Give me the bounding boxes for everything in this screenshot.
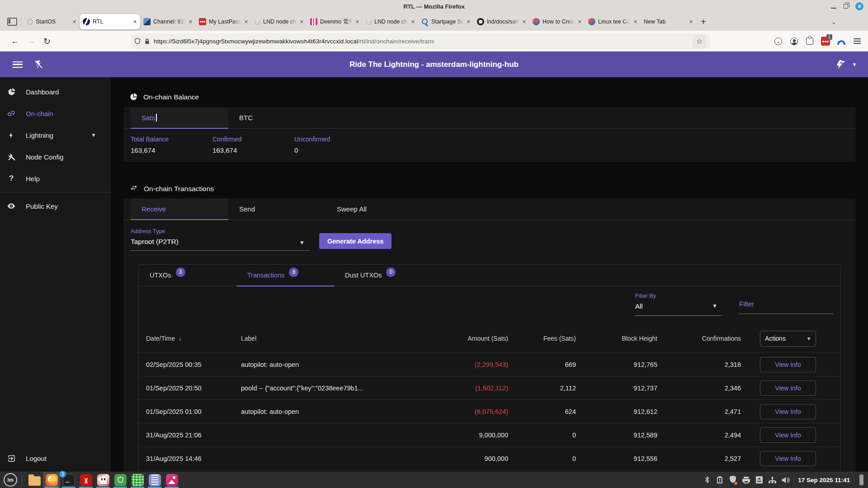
- extension-icon[interactable]: [805, 37, 814, 46]
- taskbar-ghost-app-button[interactable]: [94, 472, 112, 488]
- tab-close-icon[interactable]: ✕: [133, 19, 137, 25]
- reload-button[interactable]: ↻: [43, 31, 51, 52]
- view-info-button[interactable]: View Info: [760, 380, 816, 396]
- eject-disk-icon[interactable]: [756, 476, 763, 483]
- tab-linux-tee[interactable]: Linux tee Comr ✕: [585, 14, 641, 29]
- tab-sweep-all[interactable]: Sweep All: [326, 198, 424, 220]
- mint-menu-button[interactable]: lm: [4, 473, 17, 487]
- col-datetime[interactable]: Date/Time↓: [146, 335, 241, 342]
- logout-button[interactable]: Logout: [0, 447, 111, 469]
- tab-startos[interactable]: StartOS ✕: [24, 14, 80, 29]
- view-info-button[interactable]: View Info: [760, 451, 816, 466]
- tab-close-icon[interactable]: ✕: [578, 19, 582, 25]
- url-text[interactable]: https://5izd6l5x7j4pgnsgr5txmocwywjizewb…: [154, 38, 689, 45]
- printer-icon[interactable]: [742, 477, 750, 483]
- sidebar-item-node-config[interactable]: Node Config: [0, 146, 111, 168]
- tab-utxos[interactable]: UTXOs 3: [139, 265, 236, 286]
- generate-address-button[interactable]: Generate Address: [319, 233, 392, 249]
- sidebar-item-lightning[interactable]: Lightning ▼: [0, 124, 111, 146]
- tab-lastpass[interactable]: My LastPass Va ✕: [196, 14, 251, 29]
- tracking-shield-icon[interactable]: [134, 38, 141, 45]
- taskbar-files-button[interactable]: [26, 472, 43, 488]
- view-info-button[interactable]: View Info: [760, 404, 816, 419]
- maximize-icon[interactable]: [844, 4, 848, 9]
- url-bar[interactable]: https://5izd6l5x7j4pgnsgr5txmocwywjizewb…: [131, 33, 710, 49]
- tab-deenmo[interactable]: Deenmo 電母 - ✕: [307, 14, 363, 29]
- tab-close-icon[interactable]: ✕: [522, 19, 526, 25]
- volume-icon[interactable]: [782, 477, 790, 483]
- col-label[interactable]: Label: [241, 335, 440, 342]
- lock-icon[interactable]: [144, 38, 150, 45]
- tab-transactions[interactable]: Transactions 8: [236, 265, 334, 286]
- filter-by-select[interactable]: Filter By All ▼: [635, 293, 722, 316]
- tab-channel[interactable]: Channel: 91261 ✕: [140, 14, 196, 29]
- tab-rtl-active[interactable]: RTL ✕: [80, 14, 140, 29]
- startpage-extension-icon[interactable]: [837, 37, 846, 46]
- tab-sats[interactable]: Sats: [131, 107, 228, 129]
- col-confirmations[interactable]: Confirmations: [659, 335, 743, 342]
- bluetooth-icon[interactable]: [705, 476, 710, 484]
- col-fees[interactable]: Fees (Sats): [510, 335, 578, 342]
- taskbar-terminal-button[interactable]: 3: [60, 472, 77, 488]
- tab-label: How to Create: [542, 19, 575, 25]
- sidebar-item-help[interactable]: ? Help: [0, 168, 111, 189]
- sidebar-item-public-key[interactable]: Public Key: [0, 195, 111, 217]
- show-desktop-button[interactable]: [859, 474, 863, 485]
- alert-dot: [734, 482, 737, 485]
- tab-lnd-node-2[interactable]: LND node chan ✕: [363, 14, 418, 29]
- tab-close-icon[interactable]: ✕: [244, 19, 248, 25]
- minimize-icon[interactable]: [831, 8, 836, 9]
- chevron-down-icon[interactable]: ▼: [852, 61, 857, 68]
- network-icon[interactable]: [769, 477, 776, 483]
- clipboard-icon[interactable]: [716, 476, 723, 484]
- forward-button[interactable]: →: [27, 31, 36, 52]
- tab-lnd-node-1[interactable]: LND node chan ✕: [251, 14, 307, 29]
- count-badge: 8: [289, 267, 298, 277]
- tab-close-icon[interactable]: ✕: [633, 19, 637, 25]
- taskbar-firefox-button[interactable]: [43, 472, 60, 488]
- tab-receive[interactable]: Receive: [131, 198, 228, 220]
- close-icon[interactable]: ✕: [855, 2, 863, 10]
- view-info-button[interactable]: View Info: [760, 357, 816, 372]
- bookmark-star-icon[interactable]: ☆: [693, 35, 706, 47]
- col-block-height[interactable]: Block Height: [578, 335, 659, 342]
- tab-close-icon[interactable]: ✕: [189, 19, 193, 25]
- tab-close-icon[interactable]: ✕: [467, 19, 471, 25]
- tab-github-lnd-docs[interactable]: lnd/docs/safet ✕: [474, 14, 529, 29]
- taskbar-clock[interactable]: 17 Sep 2025 11:41: [798, 477, 850, 483]
- firewall-shield-icon[interactable]: [729, 475, 736, 485]
- new-tab-button[interactable]: +: [701, 17, 706, 27]
- sidebar-item-dashboard[interactable]: Dashboard: [0, 81, 111, 103]
- tab-dust-utxos[interactable]: Dust UTXOs 0: [334, 265, 432, 286]
- tab-close-icon[interactable]: ✕: [689, 19, 693, 25]
- sidebar-item-onchain[interactable]: On-chain: [0, 103, 111, 124]
- tab-startpage[interactable]: Startpage Sear ✕: [418, 14, 474, 29]
- taskbar-security-button[interactable]: [112, 472, 129, 488]
- taskbar-media-player-button[interactable]: )(: [77, 472, 94, 488]
- menu-icon[interactable]: [853, 37, 862, 46]
- tab-close-icon[interactable]: ✕: [355, 19, 359, 25]
- address-type-select[interactable]: Address Type Taproot (P2TR) ▼: [131, 228, 309, 251]
- col-amount[interactable]: Amount (Sats): [440, 335, 510, 342]
- firefox-view-icon[interactable]: [7, 18, 17, 26]
- actions-dropdown-button[interactable]: Actions ▼: [760, 331, 816, 347]
- tab-close-icon[interactable]: ✕: [411, 19, 415, 25]
- tab-how-to-create[interactable]: How to Create ✕: [529, 14, 585, 29]
- taskbar-images-button[interactable]: [163, 472, 180, 488]
- tab-close-icon[interactable]: ✕: [72, 19, 76, 25]
- taskbar-document-button[interactable]: [146, 472, 163, 488]
- filter-input[interactable]: Filter: [739, 300, 833, 314]
- back-button[interactable]: ←: [11, 31, 19, 52]
- pocket-icon[interactable]: ⌄: [774, 37, 783, 46]
- tab-close-icon[interactable]: ✕: [300, 19, 304, 25]
- account-icon[interactable]: [789, 37, 798, 46]
- rtl-logo-icon[interactable]: [835, 60, 846, 70]
- taskbar-spreadsheet-button[interactable]: [129, 472, 146, 488]
- list-all-tabs-icon[interactable]: ⌄: [831, 19, 836, 25]
- tab-btc[interactable]: BTC: [228, 107, 326, 129]
- tab-new-tab[interactable]: New Tab ✕: [641, 14, 696, 29]
- view-info-button[interactable]: View Info: [760, 427, 816, 443]
- cell-datetime: 02/Sep/2025 00:35: [146, 361, 241, 368]
- tab-send[interactable]: Send: [228, 198, 326, 220]
- lastpass-extension-icon[interactable]: 1: [821, 37, 830, 46]
